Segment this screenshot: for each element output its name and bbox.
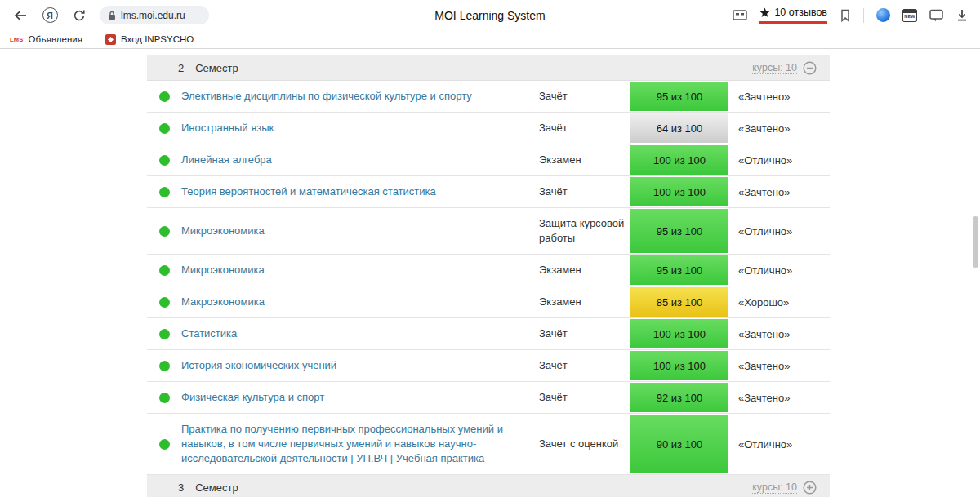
toolbar-right: 10 отзывов NEW — [733, 7, 972, 24]
grade-text: «Зачтено» — [728, 382, 830, 413]
expand-icon[interactable] — [803, 481, 817, 495]
score-badge: 64 из 100 — [630, 113, 728, 143]
course-link[interactable]: Макроэкономика — [181, 295, 265, 309]
grades-table: 2 Семестр курсы: 10 Элективные дисциплин… — [147, 55, 830, 497]
status-dot — [159, 123, 170, 134]
back-button[interactable] — [8, 3, 33, 28]
assessment-type: Экзамен — [539, 255, 630, 286]
score-badge: 100 из 100 — [630, 351, 728, 380]
course-link[interactable]: Физическая культура и спорт — [181, 390, 324, 405]
semester-2-header: 2 Семестр курсы: 10 — [147, 55, 830, 81]
score-badge: 100 из 100 — [630, 145, 728, 175]
profile-button[interactable]: Я — [38, 3, 62, 28]
course-link[interactable]: История экономических учений — [181, 358, 336, 373]
url-text: lms.moi.edu.ru — [121, 10, 185, 21]
status-dot — [159, 361, 170, 371]
assessment-type: Зачёт — [539, 81, 630, 112]
course-row: Элективные дисциплины по физической куль… — [147, 81, 830, 113]
score-badge: 92 из 100 — [630, 383, 728, 412]
browser-window: Я lms.moi.edu.ru MOI Learning System 10 … — [0, 0, 980, 497]
score-text: 100 из 100 — [653, 328, 706, 340]
status-dot — [159, 265, 170, 276]
course-link[interactable]: Элективные дисциплины по физической куль… — [181, 89, 472, 104]
course-row: Микроэкономика Экзамен 95 из 100 «Отличн… — [147, 255, 830, 286]
assessment-type: Зачёт — [539, 113, 630, 144]
score-badge: 100 из 100 — [630, 319, 728, 348]
courses-count-link[interactable]: курсы: 10 — [752, 62, 797, 74]
grade-text: «Отлично» — [728, 414, 830, 474]
status-dot — [159, 155, 170, 166]
course-row: Макроэкономика Экзамен 85 из 100 «Хорошо… — [147, 286, 830, 318]
score-badge: 90 из 100 — [630, 415, 728, 473]
grade-text: «Отлично» — [728, 144, 830, 175]
calendar-new-icon[interactable]: NEW — [902, 9, 917, 22]
course-row: Линейная алгебра Экзамен 100 из 100 «Отл… — [147, 144, 830, 176]
collapse-icon[interactable] — [803, 61, 817, 75]
site-reviews[interactable]: 10 отзывов — [760, 7, 827, 24]
bookmark-flag-icon[interactable] — [840, 9, 851, 22]
bookmark-label: Вход.INPSYCHO — [121, 34, 194, 44]
course-link[interactable]: Линейная алгебра — [181, 153, 272, 167]
chat-icon[interactable] — [929, 9, 943, 22]
assessment-type: Зачёт — [539, 176, 630, 207]
grade-text: «Зачтено» — [728, 113, 830, 144]
score-text: 95 из 100 — [657, 225, 703, 237]
assessment-type: Зачёт — [539, 318, 630, 349]
course-link[interactable]: Микроэкономика — [181, 263, 265, 277]
status-dot — [159, 226, 170, 237]
bookmarks-bar: LMS Объявления Вход.INPSYCHO — [0, 30, 980, 49]
score-badge: 85 из 100 — [630, 287, 728, 317]
downloads-icon[interactable] — [956, 9, 969, 22]
tableau-icon[interactable] — [733, 9, 747, 22]
course-row: Практика по получению первичных професси… — [147, 414, 830, 475]
course-link[interactable]: Микроэкономика — [181, 224, 265, 238]
course-row: Микроэкономика Защита курсовой работы 95… — [147, 208, 830, 255]
course-row: Иностранный язык Зачёт 64 из 100 «Зачтен… — [147, 113, 830, 144]
score-text: 95 из 100 — [657, 91, 703, 103]
course-link[interactable]: Практика по получению первичных професси… — [181, 422, 526, 466]
refresh-button[interactable] — [67, 3, 91, 28]
course-row: История экономических учений Зачёт 100 и… — [147, 350, 830, 382]
score-badge: 100 из 100 — [630, 177, 728, 206]
course-row: Теория вероятностей и математическая ста… — [147, 176, 830, 208]
reviews-count: 10 отзывов — [774, 7, 827, 18]
address-bar[interactable]: lms.moi.edu.ru — [100, 6, 209, 24]
course-link[interactable]: Статистика — [181, 326, 237, 341]
inpsycho-favicon — [105, 34, 116, 45]
score-text: 92 из 100 — [657, 392, 703, 404]
status-dot — [159, 393, 170, 403]
grade-text: «Зачтено» — [728, 81, 830, 112]
status-dot — [159, 91, 170, 102]
lock-icon — [108, 11, 116, 20]
assessment-type: Зачет с оценкой — [539, 414, 630, 474]
assessment-type: Защита курсовой работы — [539, 208, 630, 254]
grade-text: «Зачтено» — [728, 318, 830, 349]
scrollbar-thumb[interactable] — [973, 216, 978, 268]
browser-toolbar: Я lms.moi.edu.ru MOI Learning System 10 … — [0, 0, 980, 30]
score-text: 90 из 100 — [657, 438, 703, 450]
courses-count-link[interactable]: курсы: 10 — [752, 481, 797, 494]
semester-label: Семестр — [195, 62, 238, 74]
new-badge: NEW — [904, 15, 915, 21]
bookmark-inpsycho[interactable]: Вход.INPSYCHO — [105, 34, 194, 45]
semester-number: 3 — [178, 481, 184, 494]
score-badge: 95 из 100 — [630, 82, 728, 111]
score-badge: 95 из 100 — [630, 209, 728, 253]
lms-favicon: LMS — [10, 36, 23, 43]
grade-text: «Отлично» — [728, 208, 830, 254]
course-link[interactable]: Теория вероятностей и математическая ста… — [181, 184, 436, 199]
browser-extension-globe-icon[interactable] — [876, 8, 890, 22]
score-text: 100 из 100 — [653, 154, 706, 166]
toolbar-divider — [863, 8, 864, 23]
star-icon — [760, 7, 770, 18]
grade-text: «Отлично» — [728, 255, 830, 286]
assessment-type: Экзамен — [539, 144, 630, 175]
assessment-type: Зачёт — [539, 382, 630, 413]
course-row: Физическая культура и спорт Зачёт 92 из … — [147, 382, 830, 414]
status-dot — [159, 297, 170, 308]
course-link[interactable]: Иностранный язык — [181, 121, 274, 135]
status-dot — [159, 187, 170, 197]
assessment-type: Зачёт — [539, 350, 630, 381]
back-arrow-icon — [14, 10, 28, 21]
bookmark-announcements[interactable]: LMS Объявления — [10, 34, 82, 44]
